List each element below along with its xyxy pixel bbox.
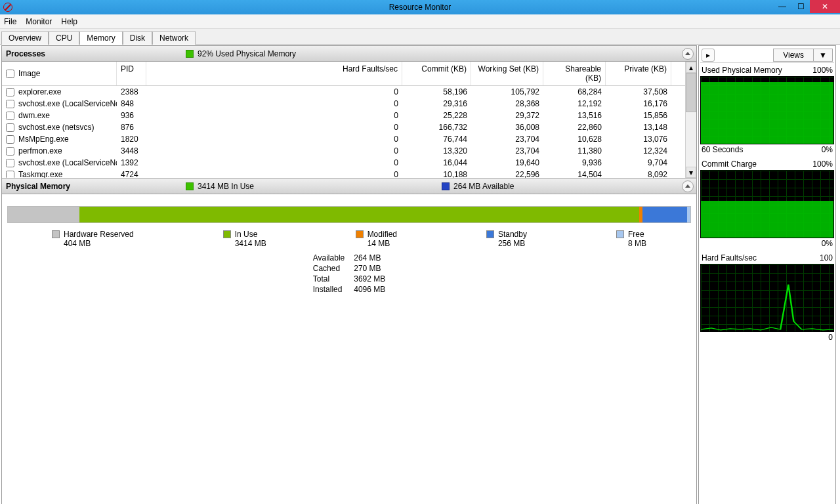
row-checkbox[interactable] bbox=[6, 88, 14, 96]
cell-image: Taskmgr.exe bbox=[18, 170, 62, 178]
cell-pid: 3448 bbox=[117, 146, 146, 156]
cell-private: 9,704 bbox=[606, 158, 671, 168]
cell-shareable: 14,504 bbox=[543, 169, 606, 178]
cell-hard-faults: 0 bbox=[146, 169, 402, 178]
physical-memory-panel: Hardware Reserved404 MB In Use3414 MB Mo… bbox=[2, 194, 696, 302]
cell-image: svchost.exe (LocalServiceNet... bbox=[18, 99, 117, 108]
processes-summary: 92% Used Physical Memory bbox=[198, 49, 296, 58]
chart3-max: 100 bbox=[820, 253, 833, 262]
row-checkbox[interactable] bbox=[6, 147, 14, 156]
cell-working-set: 23,704 bbox=[471, 146, 543, 156]
cell-shareable: 68,284 bbox=[543, 87, 606, 97]
membar-free bbox=[687, 207, 690, 222]
cell-private: 37,508 bbox=[606, 87, 671, 97]
cell-shareable: 10,628 bbox=[543, 134, 606, 144]
chart2-max: 100% bbox=[812, 159, 833, 169]
side-pane: ▸ Views ▼ Used Physical Memory100% 60 Se… bbox=[698, 45, 836, 504]
swatch-hardware-icon bbox=[52, 230, 60, 238]
col-image[interactable]: Image bbox=[18, 69, 40, 78]
col-hard-faults[interactable]: Hard Faults/sec bbox=[146, 62, 402, 85]
table-row[interactable]: svchost.exe (LocalServiceNo...1392016,04… bbox=[2, 157, 685, 169]
side-nav-button[interactable]: ▸ bbox=[702, 49, 715, 62]
row-checkbox[interactable] bbox=[6, 112, 14, 120]
row-checkbox[interactable] bbox=[6, 135, 14, 144]
cell-commit: 13,320 bbox=[402, 146, 471, 156]
row-checkbox[interactable] bbox=[6, 100, 14, 108]
legend-free-label: Free bbox=[628, 230, 644, 239]
legend-standby-val: 256 MB bbox=[498, 239, 525, 248]
available-indicator-icon bbox=[442, 182, 450, 190]
memory-indicator-icon bbox=[186, 50, 194, 58]
chart-hard-faults bbox=[700, 264, 834, 332]
available-summary: 264 MB Available bbox=[453, 182, 514, 191]
tab-memory[interactable]: Memory bbox=[79, 31, 122, 45]
table-row[interactable]: perfmon.exe3448013,32023,70411,38012,324 bbox=[2, 145, 685, 157]
tab-disk[interactable]: Disk bbox=[123, 31, 152, 45]
legend-inuse-label: In Use bbox=[235, 230, 258, 239]
collapse-processes-button[interactable] bbox=[682, 48, 694, 60]
scroll-up-button[interactable]: ▴ bbox=[686, 62, 696, 73]
cell-pid: 876 bbox=[117, 122, 146, 133]
cell-hard-faults: 0 bbox=[146, 134, 402, 144]
cell-image: svchost.exe (LocalServiceNo... bbox=[18, 158, 117, 167]
processes-table: Image PID Hard Faults/sec Commit (KB) Wo… bbox=[2, 62, 685, 178]
cell-image: perfmon.exe bbox=[18, 146, 62, 156]
swatch-modified-icon bbox=[356, 230, 364, 238]
views-dropdown-icon[interactable]: ▼ bbox=[813, 49, 832, 61]
row-checkbox[interactable] bbox=[6, 171, 14, 178]
cell-hard-faults: 0 bbox=[146, 122, 402, 133]
cell-private: 13,148 bbox=[606, 122, 671, 133]
collapse-physmem-button[interactable] bbox=[682, 180, 694, 192]
col-commit[interactable]: Commit (KB) bbox=[402, 62, 471, 85]
chart3-xright: 0 bbox=[828, 333, 833, 342]
scroll-down-button[interactable]: ▾ bbox=[686, 167, 696, 178]
maximize-button[interactable]: ☐ bbox=[791, 0, 810, 13]
memory-details: Available264 MB Cached270 MB Total3692 M… bbox=[7, 252, 691, 295]
col-private[interactable]: Private (KB) bbox=[606, 62, 671, 85]
cell-private: 12,324 bbox=[606, 146, 671, 156]
cell-private: 8,092 bbox=[606, 169, 671, 178]
views-button[interactable]: Views ▼ bbox=[773, 49, 833, 62]
swatch-inuse-icon bbox=[223, 230, 231, 238]
cell-hard-faults: 0 bbox=[146, 158, 402, 168]
cell-pid: 1392 bbox=[117, 158, 146, 168]
memory-bar bbox=[7, 206, 691, 223]
row-checkbox[interactable] bbox=[6, 123, 14, 132]
col-working-set[interactable]: Working Set (KB) bbox=[471, 62, 543, 85]
table-row[interactable]: dwm.exe936025,22829,37213,51615,856 bbox=[2, 110, 685, 121]
tab-network[interactable]: Network bbox=[152, 31, 196, 45]
close-button[interactable]: ✕ bbox=[810, 0, 840, 13]
scroll-thumb[interactable] bbox=[686, 73, 696, 112]
col-pid[interactable]: PID bbox=[117, 62, 146, 85]
col-shareable[interactable]: Shareable (KB) bbox=[543, 62, 606, 85]
tab-overview[interactable]: Overview bbox=[1, 31, 49, 45]
processes-header[interactable]: Processes 92% Used Physical Memory bbox=[2, 46, 696, 62]
cell-working-set: 36,008 bbox=[471, 122, 543, 133]
app-icon bbox=[3, 2, 13, 12]
minimize-button[interactable]: — bbox=[773, 0, 791, 13]
cell-shareable: 11,380 bbox=[543, 146, 606, 156]
cell-working-set: 105,792 bbox=[471, 87, 543, 97]
processes-scrollbar[interactable]: ▴ ▾ bbox=[685, 62, 696, 178]
row-checkbox[interactable] bbox=[6, 159, 14, 167]
menu-help[interactable]: Help bbox=[61, 17, 77, 26]
table-row[interactable]: Taskmgr.exe4724010,18822,59614,5048,092 bbox=[2, 169, 685, 178]
physical-memory-header[interactable]: Physical Memory 3414 MB In Use 264 MB Av… bbox=[2, 178, 696, 194]
table-row[interactable]: explorer.exe2388058,196105,79268,28437,5… bbox=[2, 86, 685, 98]
cell-shareable: 9,936 bbox=[543, 158, 606, 168]
cell-working-set: 22,596 bbox=[471, 169, 543, 178]
detail-installed-label: Installed bbox=[309, 285, 348, 294]
table-row[interactable]: MsMpEng.exe1820076,74423,70410,62813,076 bbox=[2, 133, 685, 145]
table-row[interactable]: svchost.exe (netsvcs)8760166,73236,00822… bbox=[2, 121, 685, 133]
select-all-checkbox[interactable] bbox=[6, 70, 14, 78]
table-row[interactable]: svchost.exe (LocalServiceNet...848029,31… bbox=[2, 98, 685, 110]
detail-available-value: 264 MB bbox=[350, 253, 389, 262]
detail-total-value: 3692 MB bbox=[350, 274, 389, 284]
menu-file[interactable]: File bbox=[4, 17, 16, 26]
swatch-free-icon bbox=[616, 230, 624, 238]
cell-hard-faults: 0 bbox=[146, 110, 402, 121]
cell-commit: 58,196 bbox=[402, 87, 471, 97]
menu-monitor[interactable]: Monitor bbox=[26, 17, 52, 26]
tab-cpu[interactable]: CPU bbox=[49, 31, 79, 45]
legend-standby-label: Standby bbox=[498, 230, 527, 239]
